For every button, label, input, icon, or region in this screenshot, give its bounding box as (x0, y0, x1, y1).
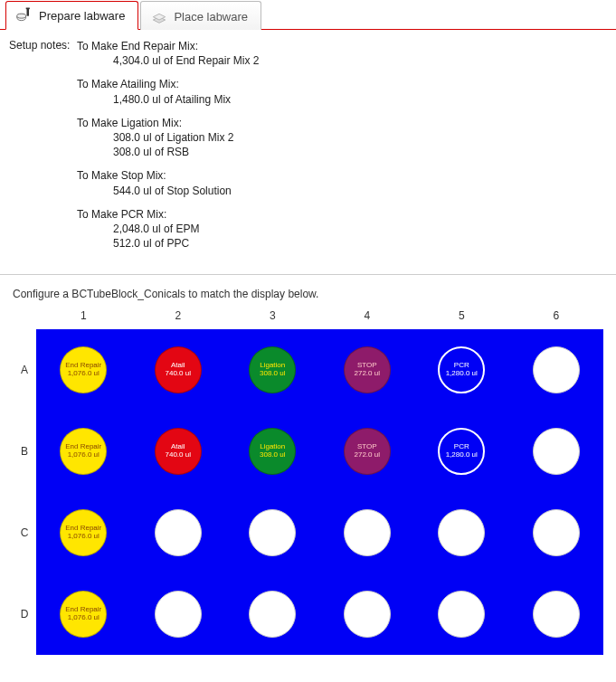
well-volume: 308.0 ul (260, 370, 285, 378)
recipe-block: To Make Atailing Mix:1,480.0 ul of Atail… (77, 77, 259, 106)
section-divider (0, 274, 616, 275)
well[interactable]: End Repair1,076.0 ul (60, 346, 107, 393)
plate-cell (225, 573, 320, 655)
plate-cell: End Repair1,076.0 ul (36, 329, 131, 411)
plate-cell (509, 329, 604, 411)
well[interactable]: Ligation308.0 ul (249, 346, 296, 393)
row-header: D (13, 573, 36, 655)
column-header: 4 (320, 308, 415, 329)
recipe-line: 544.0 ul of Stop Solution (113, 184, 259, 198)
well-volume: 1,076.0 ul (68, 614, 100, 622)
tab-prepare-labware[interactable]: Prepare labware (5, 1, 138, 30)
setup-notes-section: Setup notes: To Make End Repair Mix:4,30… (0, 30, 616, 274)
plate-cell: PCR1,280.0 ul (414, 329, 509, 411)
plate-cell (320, 492, 415, 573)
plate-cell (414, 573, 509, 655)
column-header: 6 (509, 308, 604, 329)
well[interactable] (155, 591, 202, 638)
well[interactable] (155, 509, 202, 556)
tube-block-grid: 123456AEnd Repair1,076.0 ulAtail740.0 ul… (13, 308, 603, 655)
column-header: 1 (36, 308, 131, 329)
well[interactable]: STOP272.0 ul (344, 346, 391, 393)
well[interactable]: End Repair1,076.0 ul (60, 591, 107, 638)
recipe-line: 308.0 ul of Ligation Mix 2 (113, 130, 259, 145)
well-volume: 1,076.0 ul (68, 533, 100, 541)
row-header: A (13, 329, 36, 411)
well-volume: 1,280.0 ul (446, 451, 478, 459)
tab-label: Place labware (174, 10, 248, 24)
recipe-block: To Make Ligation Mix:308.0 ul of Ligatio… (77, 116, 259, 160)
column-header: 2 (131, 308, 226, 329)
well[interactable]: PCR1,280.0 ul (438, 346, 485, 393)
well[interactable]: PCR1,280.0 ul (438, 428, 485, 475)
plate-cell: STOP272.0 ul (320, 329, 415, 411)
labware-icon (15, 6, 33, 25)
well-volume: 1,280.0 ul (446, 370, 478, 378)
well[interactable]: End Repair1,076.0 ul (60, 509, 107, 556)
well[interactable]: Atail740.0 ul (155, 346, 202, 393)
column-header: 5 (414, 308, 509, 329)
well-volume: 1,076.0 ul (68, 451, 100, 459)
recipe-title: To Make Stop Mix: (77, 168, 259, 183)
recipe-title: To Make Ligation Mix: (77, 116, 259, 130)
well-volume: 272.0 ul (355, 451, 380, 459)
plate-cell (414, 492, 509, 573)
plate-cell: STOP272.0 ul (320, 411, 415, 492)
well[interactable] (344, 591, 391, 638)
recipe-line: 1,480.0 ul of Atailing Mix (113, 92, 259, 107)
well-volume: 740.0 ul (166, 370, 191, 378)
svg-rect-3 (26, 8, 30, 10)
svg-point-1 (17, 14, 26, 18)
svg-rect-2 (27, 8, 30, 15)
recipe-line: 2,048.0 ul of EPM (113, 222, 259, 236)
well[interactable]: Atail740.0 ul (155, 428, 202, 475)
tab-label: Prepare labware (39, 9, 125, 23)
plate-cell (509, 411, 604, 492)
grid-corner (13, 308, 36, 329)
well-volume: 740.0 ul (166, 451, 191, 459)
plate-cell (131, 573, 226, 655)
recipe-block: To Make PCR Mix:2,048.0 ul of EPM512.0 u… (77, 207, 259, 251)
recipe-block: To Make Stop Mix:544.0 ul of Stop Soluti… (77, 168, 259, 197)
recipe-title: To Make End Repair Mix: (77, 39, 259, 53)
tab-place-labware[interactable]: Place labware (140, 1, 261, 30)
plate-cell (509, 573, 604, 655)
well[interactable] (249, 509, 296, 556)
plate-cell (131, 492, 226, 573)
well[interactable] (438, 591, 485, 638)
well[interactable] (438, 509, 485, 556)
well-volume: 308.0 ul (260, 451, 285, 459)
well[interactable] (533, 346, 580, 393)
setup-notes-content: To Make End Repair Mix:4,304.0 ul of End… (77, 39, 259, 260)
well[interactable] (533, 591, 580, 638)
plate-cell (509, 492, 604, 573)
plate-cell: Ligation308.0 ul (225, 329, 320, 411)
row-header: B (13, 411, 36, 492)
plate-cell: End Repair1,076.0 ul (36, 573, 131, 655)
well[interactable]: Ligation308.0 ul (249, 428, 296, 475)
column-header: 3 (225, 308, 320, 329)
plate-cell (320, 573, 415, 655)
setup-notes-label: Setup notes: (9, 39, 77, 260)
well[interactable] (344, 509, 391, 556)
configure-instruction: Configure a BCTubeBlock_Conicals to matc… (0, 288, 616, 308)
well-volume: 272.0 ul (355, 370, 380, 378)
well[interactable]: End Repair1,076.0 ul (60, 428, 107, 475)
plate-cell: Atail740.0 ul (131, 329, 226, 411)
recipe-line: 512.0 ul of PPC (113, 236, 259, 251)
recipe-title: To Make PCR Mix: (77, 207, 259, 222)
well-volume: 1,076.0 ul (68, 370, 100, 378)
plate-cell: End Repair1,076.0 ul (36, 411, 131, 492)
well[interactable]: STOP272.0 ul (344, 428, 391, 475)
row-header: C (13, 492, 36, 573)
place-icon (150, 7, 168, 26)
recipe-title: To Make Atailing Mix: (77, 77, 259, 91)
plate-cell: Atail740.0 ul (131, 411, 226, 492)
well[interactable] (533, 428, 580, 475)
well[interactable] (249, 591, 296, 638)
well[interactable] (533, 509, 580, 556)
plate-cell (225, 492, 320, 573)
plate-cell: PCR1,280.0 ul (414, 411, 509, 492)
recipe-line: 4,304.0 ul of End Repair Mix 2 (113, 53, 259, 68)
plate-cell: End Repair1,076.0 ul (36, 492, 131, 573)
